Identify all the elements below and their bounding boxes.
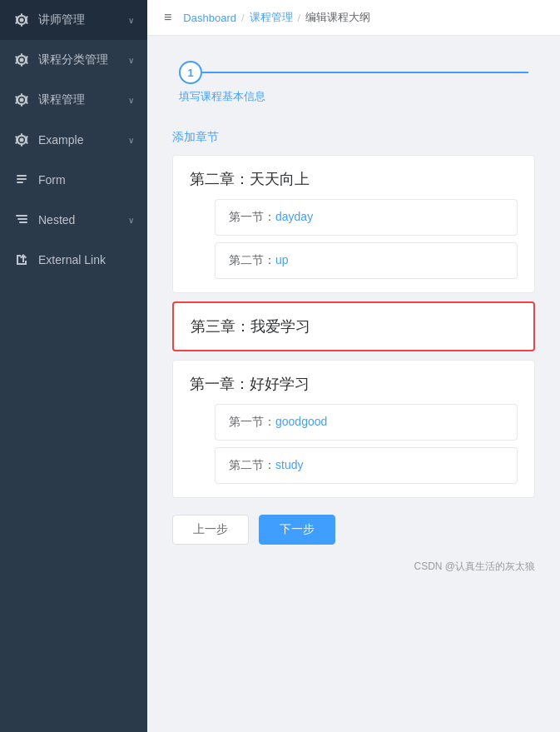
sidebar-item-example[interactable]: Example ∨	[0, 120, 147, 160]
step-label-1: 填写课程基本信息	[179, 89, 265, 104]
sidebar: 讲师管理 ∨ 课程分类管理 ∨ 课程管理 ∨ Example ∨ Form Ne…	[0, 0, 147, 732]
svg-point-0	[20, 18, 24, 22]
chapter-title-1: 第一章：好好学习	[190, 374, 518, 394]
svg-rect-5	[17, 178, 27, 180]
chapter-card-1: 第一章：好好学习 第一节：goodgood 第二节：study	[172, 360, 535, 498]
sidebar-item-external[interactable]: External Link	[0, 240, 147, 280]
nested-icon	[13, 212, 30, 228]
svg-point-3	[20, 138, 24, 142]
svg-rect-6	[17, 182, 23, 183]
section-label-1-1: 第一节：	[229, 415, 275, 428]
breadcrumb-dashboard[interactable]: Dashboard	[183, 12, 236, 24]
main-content: ≡ Dashboard / 课程管理 / 编辑课程大纲 1 填写课程基本信息 添	[147, 0, 560, 732]
chevron-down-icon: ∨	[128, 216, 134, 225]
sidebar-item-label: Form	[38, 173, 134, 187]
gear-icon	[13, 132, 30, 148]
section-link-2-2[interactable]: up	[275, 253, 289, 266]
sidebar-item-label: Nested	[38, 213, 128, 227]
breadcrumb-sep-1: /	[241, 12, 245, 24]
svg-rect-4	[17, 175, 27, 177]
svg-point-1	[20, 58, 24, 62]
chevron-down-icon: ∨	[128, 16, 134, 25]
sidebar-item-label: 课程分类管理	[38, 52, 128, 67]
svg-rect-9	[19, 222, 27, 223]
sidebar-item-kecheng[interactable]: 课程管理 ∨	[0, 80, 147, 120]
step-line-1	[202, 72, 528, 73]
step-circle-1: 1	[179, 61, 202, 84]
section-link-1-1[interactable]: goodgood	[275, 415, 327, 428]
section-item-1-2: 第二节：study	[215, 447, 518, 484]
gear-icon	[13, 12, 30, 28]
chapter-card-2: 第二章：天天向上 第一节：dayday 第二节：up	[172, 155, 535, 293]
chapter-card-3: 第三章：我爱学习	[172, 301, 535, 351]
next-button[interactable]: 下一步	[259, 515, 335, 545]
chapter-title-3: 第三章：我爱学习	[191, 316, 517, 336]
sidebar-item-label: 课程管理	[38, 92, 128, 107]
section-label-2-2: 第二节：	[229, 253, 275, 266]
breadcrumb-current: 编辑课程大纲	[305, 10, 370, 25]
gear-icon	[13, 52, 30, 68]
section-label-2-1: 第一节：	[229, 210, 275, 223]
footer-note: CSDN @认真生活的灰太狼	[172, 560, 535, 574]
step-area: 1 填写课程基本信息	[172, 52, 535, 112]
header: ≡ Dashboard / 课程管理 / 编辑课程大纲	[147, 0, 560, 36]
svg-rect-7	[16, 215, 27, 217]
add-chapter-link[interactable]: 添加章节	[172, 130, 219, 145]
chevron-down-icon: ∨	[128, 56, 134, 65]
step-1: 1	[179, 61, 202, 84]
svg-point-2	[20, 98, 24, 102]
section-item-2-1: 第一节：dayday	[215, 199, 518, 236]
sidebar-item-label: External Link	[38, 253, 134, 266]
prev-button[interactable]: 上一步	[172, 515, 249, 545]
menu-icon[interactable]: ≡	[164, 10, 171, 25]
chapter-title-2: 第二章：天天向上	[190, 169, 518, 189]
section-label-1-2: 第二节：	[229, 458, 275, 471]
chevron-down-icon: ∨	[128, 96, 134, 105]
external-link-icon	[13, 251, 30, 268]
sidebar-item-label: Example	[38, 133, 128, 147]
section-link-1-2[interactable]: study	[275, 458, 303, 471]
breadcrumb-kecheng[interactable]: 课程管理	[250, 10, 293, 25]
breadcrumb: Dashboard / 课程管理 / 编辑课程大纲	[183, 10, 370, 25]
sidebar-item-jiangshi[interactable]: 讲师管理 ∨	[0, 0, 147, 40]
sidebar-item-kecheng-fenlei[interactable]: 课程分类管理 ∨	[0, 40, 147, 80]
svg-rect-8	[17, 218, 27, 220]
button-area: 上一步 下一步	[172, 515, 535, 553]
section-link-2-1[interactable]: dayday	[275, 210, 313, 223]
sidebar-item-label: 讲师管理	[38, 12, 128, 27]
content-area: 1 填写课程基本信息 添加章节 第二章：天天向上 第一节：dayday 第二节：…	[147, 36, 560, 732]
sidebar-item-nested[interactable]: Nested ∨	[0, 200, 147, 240]
chevron-down-icon: ∨	[128, 136, 134, 145]
gear-icon	[13, 92, 30, 108]
form-icon	[13, 172, 30, 188]
section-item-2-2: 第二节：up	[215, 242, 518, 279]
breadcrumb-sep-2: /	[298, 12, 301, 24]
section-item-1-1: 第一节：goodgood	[215, 404, 518, 441]
sidebar-item-form[interactable]: Form	[0, 160, 147, 200]
